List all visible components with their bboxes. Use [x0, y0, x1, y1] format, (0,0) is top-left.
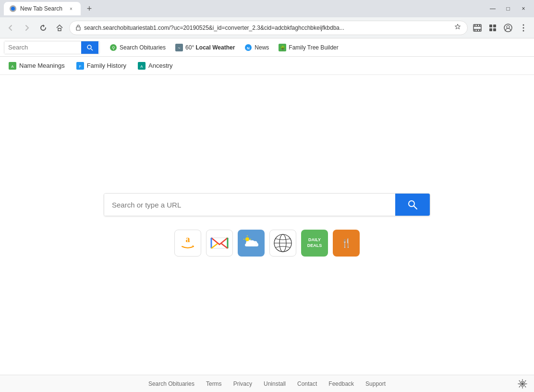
footer-link-feedback[interactable]: Feedback: [328, 380, 354, 387]
nav-bar: search.searchobituariestab1.com/?uc=2019…: [0, 17, 534, 38]
tab-close-button[interactable]: ×: [67, 5, 75, 12]
active-tab[interactable]: New Tab Search ×: [4, 2, 81, 15]
svg-rect-5: [473, 26, 481, 27]
name-meanings-icon: A: [9, 62, 16, 70]
toolbar-links: ⚲ Search Obituaries ~ 60° Local Weather …: [106, 42, 342, 53]
toolbar-search-input[interactable]: [4, 41, 81, 54]
profile-icon-button[interactable]: [501, 21, 515, 35]
quick-link-amazon[interactable]: a: [174, 230, 201, 257]
quick-link-deals[interactable]: DAILY DEALS: [301, 230, 328, 257]
quick-link-recipes[interactable]: 🍴: [333, 230, 360, 257]
svg-point-19: [523, 24, 524, 25]
center-search-input[interactable]: [104, 194, 395, 216]
window-controls: — □ ×: [486, 2, 530, 15]
nav-item-name-meanings-label: Name Meanings: [19, 62, 65, 69]
svg-point-21: [523, 30, 524, 31]
news-icon: N: [244, 44, 252, 51]
svg-rect-12: [479, 29, 480, 31]
svg-rect-15: [489, 28, 492, 31]
ancestry-icon: A: [138, 62, 146, 70]
quick-links-row: a: [174, 230, 360, 257]
home-button[interactable]: [53, 21, 66, 35]
center-search-bar[interactable]: [104, 193, 430, 216]
toolbar-bar: ⚲ Search Obituaries ~ 60° Local Weather …: [0, 38, 534, 57]
toolbar-link-family-tree[interactable]: 🌳 Family Tree Builder: [275, 42, 342, 53]
svg-point-18: [507, 25, 510, 28]
footer-link-privacy[interactable]: Privacy: [233, 380, 252, 387]
tab-label: New Tab Search: [20, 5, 62, 12]
quick-link-gmail[interactable]: [206, 230, 233, 257]
svg-point-20: [523, 27, 524, 28]
bookmark-star-icon[interactable]: [454, 23, 461, 32]
search-obituaries-icon: ⚲: [109, 44, 117, 51]
deals-label-deals: DEALS: [307, 243, 322, 249]
svg-point-38: [409, 201, 414, 207]
svg-text:⚲: ⚲: [112, 46, 115, 50]
maximize-button[interactable]: □: [501, 2, 515, 15]
quick-link-weather[interactable]: [238, 230, 265, 257]
deals-label-daily: DAILY: [308, 237, 321, 243]
quick-link-news[interactable]: [269, 230, 296, 257]
svg-rect-8: [477, 24, 478, 26]
toolbar-link-search-obituaries-label: Search Obituaries: [120, 44, 166, 51]
svg-line-23: [91, 49, 93, 50]
footer: Search Obituaries Terms Privacy Uninstal…: [0, 375, 534, 392]
svg-rect-14: [493, 24, 496, 27]
weather-icon: ~: [175, 44, 183, 51]
svg-rect-2: [58, 28, 61, 31]
film-icon-button[interactable]: [471, 21, 484, 35]
toolbar-link-weather[interactable]: ~ 60° Local Weather: [171, 42, 239, 53]
lock-icon: [75, 24, 81, 32]
grid-icon-button[interactable]: [486, 21, 499, 35]
toolbar-search-button[interactable]: [81, 41, 98, 54]
svg-marker-1: [43, 24, 45, 27]
nav-item-ancestry[interactable]: A Ancestry: [133, 60, 178, 72]
toolbar-link-search-obituaries[interactable]: ⚲ Search Obituaries: [106, 42, 170, 53]
svg-point-55: [521, 382, 524, 385]
footer-link-uninstall[interactable]: Uninstall: [264, 380, 286, 387]
nav-item-family-history[interactable]: F Family History: [72, 60, 131, 72]
toolbar-link-family-tree-label: Family Tree Builder: [289, 44, 338, 51]
svg-text:~: ~: [178, 46, 180, 50]
nav-icons: [471, 21, 530, 35]
toolbar-search-box[interactable]: [4, 41, 100, 54]
svg-rect-10: [474, 29, 475, 31]
back-button[interactable]: [4, 21, 17, 35]
svg-text:a: a: [186, 234, 190, 244]
close-button[interactable]: ×: [517, 2, 530, 15]
center-search-container: a: [104, 193, 430, 257]
svg-point-0: [11, 7, 15, 11]
main-content: a: [0, 75, 534, 375]
svg-text:N: N: [247, 46, 250, 50]
footer-link-contact[interactable]: Contact: [297, 380, 317, 387]
address-bar[interactable]: search.searchobituariestab1.com/?uc=2019…: [69, 21, 468, 35]
svg-rect-13: [489, 24, 492, 27]
toolbar-link-news[interactable]: N News: [241, 42, 273, 53]
svg-text:🌳: 🌳: [280, 45, 286, 51]
footer-link-terms[interactable]: Terms: [206, 380, 222, 387]
svg-rect-11: [477, 29, 478, 31]
svg-rect-7: [474, 24, 475, 26]
forward-button[interactable]: [20, 21, 34, 35]
footer-link-search-obituaries[interactable]: Search Obituaries: [148, 380, 194, 387]
nav-item-ancestry-label: Ancestry: [148, 62, 173, 69]
svg-rect-16: [493, 28, 496, 31]
reload-button[interactable]: [36, 21, 50, 35]
nav-item-family-history-label: Family History: [87, 62, 126, 69]
menu-button[interactable]: [517, 21, 530, 35]
nav-item-name-meanings[interactable]: A Name Meanings: [4, 60, 70, 72]
svg-text:🍴: 🍴: [341, 238, 352, 248]
center-search-button[interactable]: [395, 194, 430, 216]
svg-point-22: [87, 45, 91, 49]
second-nav-bar: A Name Meanings F Family History A Ances…: [0, 57, 534, 75]
footer-gear-icon[interactable]: [517, 378, 528, 390]
svg-rect-9: [479, 24, 480, 26]
svg-rect-3: [76, 27, 80, 30]
toolbar-link-news-label: News: [255, 44, 269, 51]
new-tab-button[interactable]: +: [83, 2, 96, 15]
minimize-button[interactable]: —: [486, 2, 499, 15]
svg-point-45: [245, 237, 249, 241]
title-bar: New Tab Search × + — □ ×: [0, 0, 534, 17]
svg-line-39: [414, 206, 417, 209]
footer-link-support[interactable]: Support: [365, 380, 386, 387]
